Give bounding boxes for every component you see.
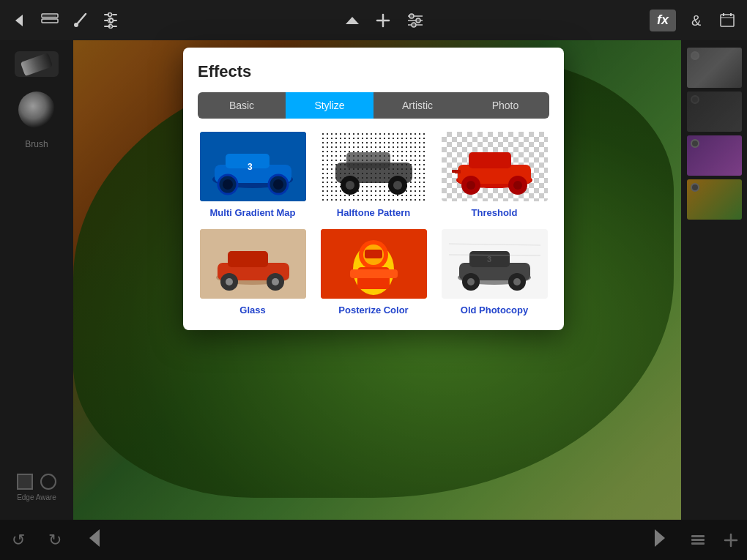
fx-button[interactable]: fx [650,10,676,31]
effect-item-posterize-color[interactable]: Posterize Color [319,229,428,316]
crop-button[interactable] [718,12,736,29]
brush-tool-button[interactable] [73,12,89,29]
effects-grid: 3 Multi Gradient Map [198,132,549,316]
svg-text:3: 3 [487,255,491,264]
settings-button[interactable] [102,12,119,29]
svg-text:&: & [691,12,702,29]
svg-marker-0 [15,15,23,26]
svg-point-51 [393,181,402,190]
svg-point-83 [513,278,521,285]
effect-label-old-photocopy: Old Photocopy [461,305,528,316]
layers-button[interactable] [40,12,59,29]
effects-title: Effects [198,62,549,81]
effect-thumb-multi-gradient-map: 3 [200,132,306,201]
toolbar-right: fx & [650,10,736,31]
top-toolbar: fx & [0,0,747,40]
svg-rect-26 [721,15,734,26]
svg-point-22 [409,14,414,18]
effect-item-glass[interactable]: Glass [198,229,308,316]
effect-item-old-photocopy[interactable]: 3 Old Photocopy [439,229,549,316]
effect-label-halftone-pattern: Halftone Pattern [337,207,410,218]
adjustments-button[interactable] [406,12,425,29]
svg-point-23 [416,18,420,23]
svg-rect-47 [346,152,390,168]
svg-text:3: 3 [248,162,253,172]
svg-marker-16 [346,17,359,24]
tab-artistic[interactable]: Artistic [374,92,461,119]
chevron-up-button[interactable] [344,14,360,27]
svg-rect-73 [365,250,382,258]
effect-thumb-posterize [321,229,427,299]
svg-point-42 [223,179,233,190]
tab-stylize[interactable]: Stylize [286,92,374,119]
effect-item-multi-gradient-map[interactable]: 3 Multi Gradient Map [198,132,308,218]
svg-point-50 [346,181,354,190]
tab-basic[interactable]: Basic [198,92,286,119]
effects-tabs: Basic Stylize Artistic Photo [198,92,549,119]
svg-point-14 [110,18,114,22]
svg-point-5 [74,23,78,27]
svg-rect-75 [350,269,398,278]
effect-thumb-halftone-pattern [321,132,427,201]
svg-point-68 [272,278,279,285]
modal-overlay: Effects Basic Stylize Artistic Photo [0,40,747,560]
effects-panel: Effects Basic Stylize Artistic Photo [183,48,564,330]
back-button[interactable] [11,12,27,29]
svg-rect-60 [452,170,456,173]
svg-point-57 [467,181,475,190]
svg-point-67 [226,278,233,285]
effect-label-glass: Glass [239,305,265,316]
svg-rect-2 [42,19,58,23]
svg-rect-10 [112,14,117,15]
svg-rect-8 [104,20,108,21]
effect-label-threshold: Threshold [472,207,518,218]
svg-rect-54 [469,152,511,168]
effect-thumb-old-photocopy: 3 [442,229,548,299]
svg-point-82 [467,278,475,285]
svg-rect-9 [104,26,111,27]
tab-photo[interactable]: Photo [461,92,549,119]
svg-point-13 [108,12,112,16]
add-button[interactable] [375,12,391,29]
ampersand-button[interactable]: & [689,12,705,29]
effect-thumb-threshold [442,132,548,201]
effect-thumb-glass [200,229,306,299]
svg-rect-64 [228,251,268,267]
svg-point-44 [273,179,283,190]
toolbar-left [11,12,119,29]
effect-label-posterize-color: Posterize Color [338,305,408,316]
effect-item-threshold[interactable]: Threshold [439,132,549,218]
svg-rect-3 [43,15,56,18]
toolbar-center [344,12,425,29]
effect-item-halftone-pattern[interactable]: Halftone Pattern [319,132,428,218]
svg-point-58 [513,181,522,190]
svg-point-24 [412,23,416,27]
effect-label-multi-gradient-map: Multi Gradient Map [210,207,296,218]
svg-line-4 [77,14,86,24]
